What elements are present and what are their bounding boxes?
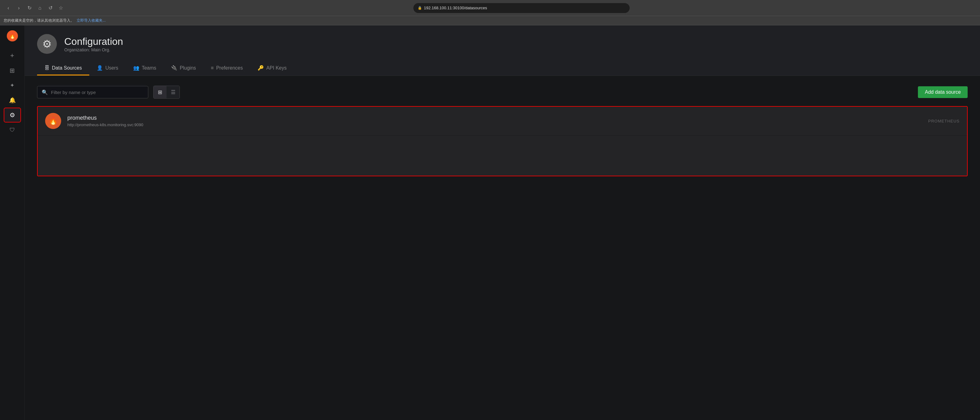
datasource-empty-area (38, 136, 967, 176)
ds-info: prometheus http://prometheus-k8s.monitor… (67, 115, 143, 127)
tab-data-sources[interactable]: 🗄 Data Sources (37, 61, 89, 75)
org-subtitle: Organization: Main Org. (64, 47, 123, 52)
bookmark-button[interactable]: ☆ (57, 5, 64, 11)
tab-plugins-label: Plugins (180, 65, 196, 71)
config-header: ⚙ Configuration Organization: Main Org. … (25, 26, 980, 76)
back-button[interactable]: ‹ (5, 5, 12, 11)
bookmark-bar: 您的收藏夹是空的，请从其他浏览器导入。 立即导入收藏夹... (0, 16, 980, 26)
search-icon: 🔍 (42, 89, 48, 95)
add-data-source-button[interactable]: Add data source (918, 86, 968, 98)
bookmark-import-link[interactable]: 立即导入收藏夹... (76, 18, 106, 23)
tab-api-keys-label: API Keys (266, 65, 287, 71)
search-box[interactable]: 🔍 (37, 86, 148, 98)
api-keys-tab-icon: 🔑 (258, 65, 264, 71)
reload-button[interactable]: ↻ (26, 5, 33, 11)
tab-data-sources-label: Data Sources (52, 65, 82, 71)
sidebar: 🔥 + ⊞ ✦ 🔔 ⚙ 🛡 (0, 26, 25, 420)
gear-icon: ⚙ (10, 111, 15, 119)
grafana-logo[interactable]: 🔥 (6, 29, 19, 43)
tab-plugins[interactable]: 🔌 Plugins (164, 61, 203, 75)
forward-button[interactable]: › (16, 5, 22, 11)
plugins-tab-icon: 🔌 (171, 65, 177, 71)
explore-icon: ✦ (10, 82, 14, 89)
lock-icon: 🔒 (418, 6, 422, 10)
sidebar-item-dashboards[interactable]: ⊞ (4, 64, 21, 77)
ds-type-badge: PROMETHEUS (928, 119, 959, 123)
browser-chrome: ‹ › ↻ ⌂ ↺ ☆ 🔒 192.168.100.11:30100/datas… (0, 0, 980, 16)
url-bar[interactable]: 🔒 192.168.100.11:30100/datasources (414, 3, 630, 13)
tabs-nav: 🗄 Data Sources 👤 Users 👥 Teams 🔌 Plugins… (37, 61, 968, 75)
ds-name: prometheus (67, 115, 143, 121)
teams-tab-icon: 👥 (133, 65, 139, 71)
search-input[interactable] (51, 90, 144, 95)
prometheus-icon: 🔥 (45, 113, 61, 129)
tab-users-label: Users (105, 65, 118, 71)
home-button[interactable]: ⌂ (37, 5, 43, 11)
svg-text:🔥: 🔥 (9, 32, 16, 39)
view-toggle: ⊞ ☰ (153, 86, 180, 99)
datasource-list: 🔥 prometheus http://prometheus-k8s.monit… (37, 106, 968, 176)
tab-api-keys[interactable]: 🔑 API Keys (250, 61, 294, 75)
config-gear-icon: ⚙ (37, 34, 57, 54)
sidebar-item-server-admin[interactable]: 🛡 (4, 123, 21, 137)
flame-icon: 🔥 (49, 117, 58, 125)
sidebar-item-alerting[interactable]: 🔔 (4, 93, 21, 107)
tab-preferences[interactable]: ≡ Preferences (203, 61, 250, 75)
preferences-tab-icon: ≡ (211, 65, 213, 71)
tab-users[interactable]: 👤 Users (89, 61, 126, 75)
datasource-item[interactable]: 🔥 prometheus http://prometheus-k8s.monit… (38, 107, 967, 136)
sidebar-item-configuration[interactable]: ⚙ (4, 108, 21, 122)
tab-teams[interactable]: 👥 Teams (126, 61, 164, 75)
bell-icon: 🔔 (9, 97, 16, 104)
main-content: ⚙ Configuration Organization: Main Org. … (25, 26, 980, 420)
restore-button[interactable]: ↺ (47, 5, 54, 11)
data-sources-tab-icon: 🗄 (45, 65, 49, 71)
grid-view-button[interactable]: ⊞ (154, 86, 167, 98)
config-title: Configuration Organization: Main Org. (64, 36, 123, 52)
bookmark-text: 您的收藏夹是空的，请从其他浏览器导入。 (4, 18, 74, 23)
dashboard-icon: ⊞ (10, 67, 15, 74)
plus-icon: + (10, 52, 14, 60)
ds-url: http://prometheus-k8s.monitoring.svc:909… (67, 123, 143, 127)
page-body: 🔍 ⊞ ☰ Add data source 🔥 prometheus (25, 76, 980, 186)
shield-icon: 🛡 (10, 127, 15, 133)
sidebar-item-create[interactable]: + (4, 49, 21, 62)
config-title-row: ⚙ Configuration Organization: Main Org. (37, 34, 968, 54)
list-view-button[interactable]: ☰ (167, 86, 180, 98)
app-layout: 🔥 + ⊞ ✦ 🔔 ⚙ 🛡 ⚙ (0, 26, 980, 420)
sidebar-item-explore[interactable]: ✦ (4, 78, 21, 92)
tab-preferences-label: Preferences (216, 65, 243, 71)
toolbar: 🔍 ⊞ ☰ Add data source (37, 86, 968, 99)
gear-large-icon: ⚙ (42, 38, 52, 50)
url-text: 192.168.100.11:30100/datasources (424, 6, 487, 10)
tab-teams-label: Teams (142, 65, 156, 71)
users-tab-icon: 👤 (97, 65, 103, 71)
page-title: Configuration (64, 36, 123, 47)
